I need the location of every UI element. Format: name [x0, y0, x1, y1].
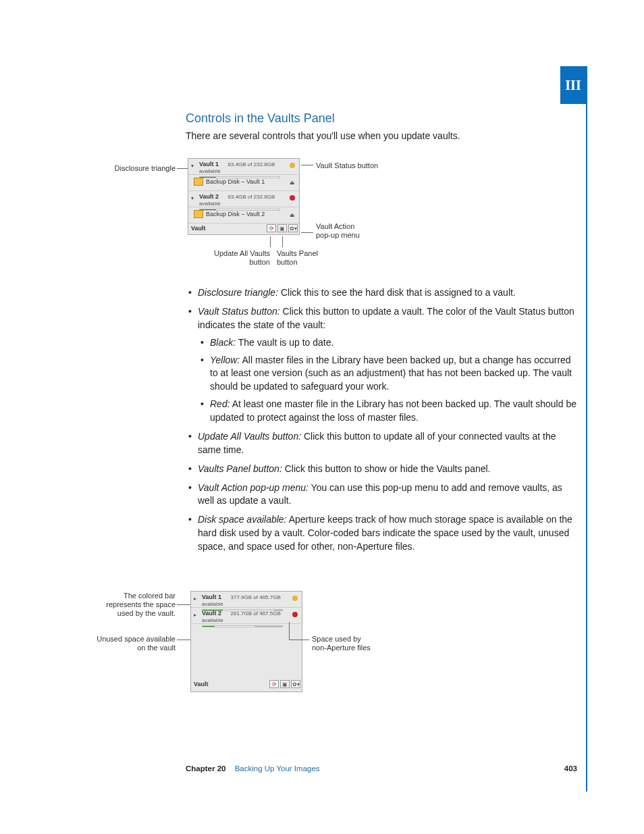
list-item: Disclosure triangle: Click this to see t… [198, 286, 577, 300]
vaults-panel-button[interactable]: ▣ [280, 680, 290, 688]
vault-row-1[interactable]: ▾ Vault 1 83.4GB of 232.8GB available [188, 159, 299, 175]
vault-status-icon[interactable] [290, 195, 295, 201]
vaults-panel: ▾ Vault 1 83.4GB of 232.8GB available Ba… [188, 158, 300, 235]
vaults-panel-footer: Vault ⟳ ▣ ✿▾ [188, 224, 299, 234]
update-all-vaults-button[interactable]: ⟳ [267, 224, 276, 232]
list-item: Vault Action pop-up menu: You can use th… [198, 481, 577, 509]
list-item: Red: At least one master file in the Lib… [210, 398, 577, 425]
intro-text: There are several controls that you'll u… [186, 130, 577, 143]
callout-other-2: non-Aperture files [312, 643, 371, 652]
bullet-list: Disclosure triangle: Click this to see t… [186, 286, 577, 559]
vault-name: Vault 2 [202, 610, 229, 617]
page-number: 403 [564, 764, 577, 773]
list-item: Disk space available: Aperture keeps tra… [198, 513, 577, 554]
vault-row-1[interactable]: ▸ Vault 1 377.9GB of 465.7GB available [191, 592, 302, 608]
update-all-vaults-button[interactable]: ⟳ [269, 680, 279, 688]
vault-row-2[interactable]: ▾ Vault 2 83.4GB of 232.8GB available [188, 191, 299, 207]
disk-label: Backup Disk – Vault 1 [206, 178, 265, 185]
disk-label: Backup Disk – Vault 2 [206, 211, 265, 217]
list-item: Vaults Panel button: Click this button t… [198, 463, 577, 476]
vault-action-menu[interactable]: ✿▾ [288, 224, 298, 232]
vault-row-2[interactable]: ▸ Vault 2 261.7GB of 467.5GB available [191, 608, 302, 624]
vault-name: Vault 1 [199, 161, 226, 167]
callout-disclosure-triangle: Disclosure triangle [101, 163, 176, 173]
vaults-panel-button[interactable]: ▣ [277, 224, 287, 232]
eject-icon[interactable]: ⏏ [290, 180, 295, 186]
vault-status-icon[interactable] [290, 163, 295, 168]
vault-action-menu[interactable]: ✿▾ [291, 680, 300, 688]
disclosure-triangle-icon[interactable]: ▾ [191, 163, 194, 169]
vaults-panel-2: ▸ Vault 1 377.9GB of 465.7GB available ▸… [190, 591, 302, 692]
vault-status-icon[interactable] [292, 596, 298, 601]
part-tab: III [560, 66, 586, 104]
section-heading: Controls in the Vaults Panel [186, 111, 577, 126]
vault-disk-row-1[interactable]: Backup Disk – Vault 1 ⏏ [188, 175, 299, 191]
callout-vault-action-2: pop-up menu [316, 230, 360, 240]
chapter-label: Chapter 20 [186, 764, 225, 773]
vaults-panel-label: Vault [194, 681, 209, 687]
callout-vaults-panel-2: button [277, 257, 331, 267]
vault-status-icon[interactable] [292, 612, 298, 617]
vaults-panel-footer: Vault ⟳ ▣ ✿▾ [191, 679, 302, 690]
disclosure-triangle-icon[interactable]: ▸ [194, 612, 196, 618]
figure-vaults-disk-usage: The colored bar represents the space use… [88, 591, 405, 709]
folder-icon [194, 210, 203, 218]
callout-vault-status: Vault Status button [316, 161, 378, 170]
page-footer: Chapter 20 Backing Up Your Images 403 [186, 764, 577, 773]
figure-vaults-panel-controls: Disclosure triangle ▾ Vault 1 83.4GB of … [101, 155, 405, 263]
callout-update-all-2: button [203, 257, 270, 267]
list-item: Black: The vault is up to date. [210, 336, 577, 350]
vault-name: Vault 2 [199, 193, 226, 200]
list-item: Yellow: All master files in the Library … [210, 354, 577, 394]
list-item: Update All Vaults button: Click this but… [198, 430, 577, 457]
list-item: Vault Status button: Click this button t… [198, 305, 577, 425]
chapter-title: Backing Up Your Images [235, 764, 320, 773]
folder-icon [194, 178, 203, 186]
vault-disk-row-2[interactable]: Backup Disk – Vault 2 ⏏ [188, 207, 299, 224]
vault-name: Vault 1 [202, 594, 229, 600]
vaults-panel-label: Vault [191, 225, 206, 232]
eject-icon[interactable]: ⏏ [290, 212, 295, 218]
disclosure-triangle-icon[interactable]: ▾ [191, 195, 194, 201]
callout-colored-bar-3: used by the vault. [88, 608, 176, 618]
callout-unused-2: on the vault [88, 643, 176, 652]
disclosure-triangle-icon[interactable]: ▸ [194, 596, 196, 602]
